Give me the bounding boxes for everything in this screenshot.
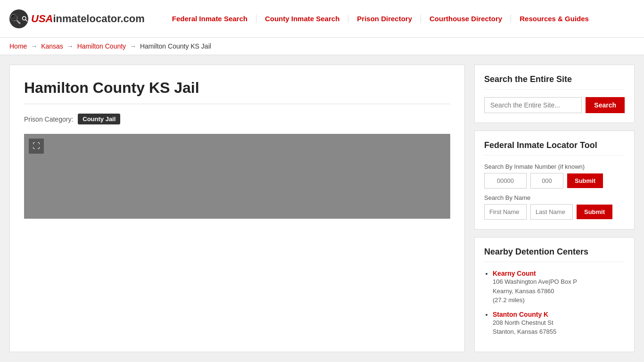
nearby-title: Nearby Detention Centers [484,247,625,262]
site-search-card: Search the Entire Site Search [474,65,635,123]
sidebar: Search the Entire Site Search Federal In… [474,65,635,352]
header: USAinmatelocator.com Federal Inmate Sear… [0,0,644,38]
federal-locator-title: Federal Inmate Locator Tool [484,140,625,156]
nearby-address-2: 208 North Chestnut St Stanton, Kansas 67… [493,318,625,337]
logo-suffix: inmatelocator.com [53,13,144,25]
breadcrumb-home[interactable]: Home [9,42,27,50]
nav-prison-directory[interactable]: Prison Directory [348,15,421,23]
prison-category-row: Prison Category: County Jail [24,114,450,124]
nearby-list: Kearny Count 106 Washington Ave|PO Box P… [484,270,625,337]
breadcrumb: Home → Kansas → Hamilton County → Hamilt… [9,42,635,50]
inmate-number-label: Search By Inmate Number (if known) [484,163,625,170]
breadcrumb-arrow-3: → [130,42,136,50]
name-search-submit-button[interactable]: Submit [577,205,612,219]
breadcrumb-bar: Home → Kansas → Hamilton County → Hamilt… [0,38,644,55]
site-search-button[interactable]: Search [586,97,625,113]
content-area: Hamilton County KS Jail Prison Category:… [9,65,465,352]
federal-locator-card: Federal Inmate Locator Tool Search By In… [474,131,635,230]
inmate-number-submit-button[interactable]: Submit [567,173,603,188]
inmate-number-input-1[interactable] [484,173,527,189]
inmate-number-row: Submit [484,173,625,189]
list-item: Stanton County K 208 North Chestnut St S… [493,311,625,337]
breadcrumb-hamilton-county[interactable]: Hamilton County [77,42,126,50]
logo-icon [9,9,28,28]
site-search-input[interactable] [484,97,582,113]
main-nav: Federal Inmate Search County Inmate Sear… [164,15,597,23]
breadcrumb-current: Hamilton County KS Jail [140,42,211,50]
category-badge: County Jail [78,114,120,124]
last-name-input[interactable] [530,204,573,220]
logo-text: USAinmatelocator.com [31,13,145,25]
nearby-address-1: 106 Washington Ave|PO Box P Kearny, Kans… [493,277,625,305]
site-search-row: Search [484,97,625,113]
prison-category-label: Prison Category: [24,115,73,123]
name-search-row: Submit [484,204,625,220]
svg-line-1 [25,19,27,21]
breadcrumb-arrow-2: → [67,42,74,50]
nav-courthouse-directory[interactable]: Courthouse Directory [421,15,511,23]
name-search-label: Search By Name [484,194,625,201]
page-title: Hamilton County KS Jail [24,79,450,104]
inmate-number-input-2[interactable] [530,173,563,189]
nav-county-inmate-search[interactable]: County Inmate Search [256,15,348,23]
nearby-card: Nearby Detention Centers Kearny Count 10… [474,237,635,352]
breadcrumb-arrow-1: → [31,42,37,50]
list-item: Kearny Count 106 Washington Ave|PO Box P… [493,270,625,305]
breadcrumb-kansas[interactable]: Kansas [41,42,63,50]
logo-link[interactable]: USAinmatelocator.com [9,9,145,28]
nearby-link-1[interactable]: Kearny Count [493,270,536,277]
main-layout: Hamilton County KS Jail Prison Category:… [0,55,644,362]
nearby-link-2[interactable]: Stanton County K [493,311,548,318]
nav-federal-inmate-search[interactable]: Federal Inmate Search [164,15,256,23]
nav-resources-guides[interactable]: Resources & Guides [511,15,597,23]
site-search-title: Search the Entire Site [484,74,625,90]
logo-usa: USA [31,13,53,25]
first-name-input[interactable] [484,204,527,220]
map-placeholder: ⛶ [24,134,450,219]
map-expand-button[interactable]: ⛶ [29,139,44,154]
